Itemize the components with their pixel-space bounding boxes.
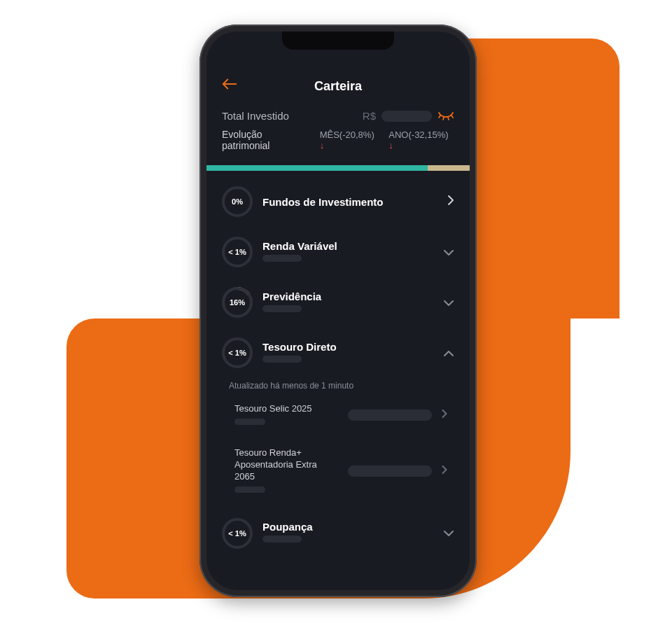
subitem-value-hidden xyxy=(234,419,265,425)
pct-ring: 0% xyxy=(222,186,253,217)
update-note: Atualizado há menos de 1 minuto xyxy=(214,378,463,396)
svg-line-4 xyxy=(451,115,453,118)
chevron-right-icon xyxy=(442,409,447,421)
category-title: Tesouro Direto xyxy=(262,341,433,353)
category-previdencia[interactable]: 16% Previdência xyxy=(214,277,463,328)
back-arrow-icon[interactable] xyxy=(222,76,237,94)
category-value-hidden xyxy=(262,356,302,363)
pct-label: < 1% xyxy=(228,349,246,357)
chevron-right-icon xyxy=(442,465,447,477)
category-body: Renda Variável xyxy=(262,240,433,265)
allocation-segment-teal xyxy=(206,165,428,171)
phone-notch xyxy=(282,31,394,50)
category-list: 0% Fundos de Investimento < 1% Renda Var… xyxy=(206,174,470,559)
arrow-down-icon: ↓ xyxy=(388,140,393,150)
subitem-left: Tesouro Selic 2025 xyxy=(234,403,338,428)
svg-line-1 xyxy=(439,115,440,118)
total-value-group: R$ xyxy=(363,110,454,122)
category-tesouro-direto[interactable]: < 1% Tesouro Direto xyxy=(214,328,463,378)
chevron-down-icon xyxy=(443,245,454,260)
category-body: Tesouro Direto xyxy=(262,341,433,365)
app-header: Carteira xyxy=(206,74,470,99)
pct-ring: < 1% xyxy=(222,337,253,368)
category-renda-variavel[interactable]: < 1% Renda Variável xyxy=(214,227,463,277)
month-stat: MÊS(-20,8%) ↓ xyxy=(320,130,381,150)
total-row: Total Investido R$ xyxy=(222,110,454,122)
currency-prefix: R$ xyxy=(363,110,376,122)
subitem-tesouro-renda[interactable]: Tesouro Renda+ Aposentadoria Extra 2065 xyxy=(214,440,463,508)
category-title: Poupança xyxy=(262,521,433,533)
category-title: Renda Variável xyxy=(262,240,433,252)
subitem-value-hidden xyxy=(234,486,265,493)
subitem-pill-hidden xyxy=(348,465,432,477)
allocation-segment-tan xyxy=(428,165,470,171)
chevron-down-icon xyxy=(443,295,454,310)
evolution-label: Evolução patrimonial xyxy=(222,129,312,151)
svg-line-3 xyxy=(448,117,449,120)
category-body: Poupança xyxy=(262,521,433,545)
allocation-bar xyxy=(206,165,470,171)
category-title: Fundos de Investimento xyxy=(262,196,438,208)
subitem-pill-hidden xyxy=(348,410,432,421)
pct-label: < 1% xyxy=(228,248,246,256)
category-title: Previdência xyxy=(262,290,433,302)
chevron-right-icon xyxy=(447,195,454,209)
category-value-hidden xyxy=(262,255,302,262)
eye-closed-icon[interactable] xyxy=(438,111,454,122)
category-poupanca[interactable]: < 1% Poupança xyxy=(214,508,463,559)
category-body: Fundos de Investimento xyxy=(262,196,438,208)
subitem-title: Tesouro Renda+ Aposentadoria Extra 2065 xyxy=(234,447,326,483)
total-value-hidden xyxy=(382,111,432,122)
chevron-down-icon xyxy=(443,526,454,540)
year-stat: ANO(-32,15%) ↓ xyxy=(388,130,454,150)
category-body: Previdência xyxy=(262,290,433,315)
category-value-hidden xyxy=(262,536,302,542)
pct-ring: < 1% xyxy=(222,237,253,267)
pct-label: 16% xyxy=(230,298,245,307)
pct-label: 0% xyxy=(232,197,243,206)
chevron-up-icon xyxy=(443,346,454,360)
summary-block: Total Investido R$ xyxy=(206,110,470,155)
pct-ring: 16% xyxy=(222,287,253,318)
category-fundos[interactable]: 0% Fundos de Investimento xyxy=(214,176,463,227)
category-value-hidden xyxy=(262,305,302,312)
subitem-tesouro-selic[interactable]: Tesouro Selic 2025 xyxy=(214,396,463,440)
phone-screen: Carteira Total Investido R$ xyxy=(206,31,470,590)
page-title: Carteira xyxy=(314,79,362,94)
phone-frame: Carteira Total Investido R$ xyxy=(200,24,477,597)
subitem-title: Tesouro Selic 2025 xyxy=(234,403,338,415)
subitem-left: Tesouro Renda+ Aposentadoria Extra 2065 xyxy=(234,447,338,496)
arrow-down-icon: ↓ xyxy=(320,140,325,150)
evolution-row: Evolução patrimonial MÊS(-20,8%) ↓ ANO(-… xyxy=(222,129,454,151)
pct-ring: < 1% xyxy=(222,518,253,549)
app-content: Carteira Total Investido R$ xyxy=(206,31,470,590)
svg-line-2 xyxy=(443,117,444,120)
pct-label: < 1% xyxy=(228,529,246,538)
total-invested-label: Total Investido xyxy=(222,110,289,122)
